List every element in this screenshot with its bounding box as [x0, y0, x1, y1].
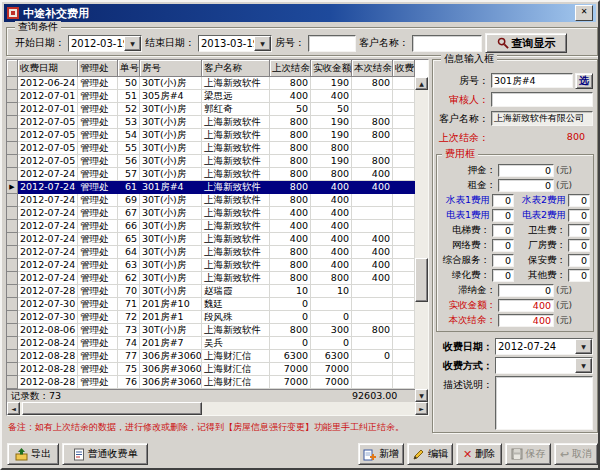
row-indicator	[7, 363, 18, 376]
fee-input[interactable]: 0	[492, 194, 514, 207]
fee-input[interactable]: 400	[498, 314, 554, 327]
delete-button[interactable]: ✕ 删除	[456, 443, 502, 465]
column-header[interactable]: 客户名称	[202, 60, 270, 77]
table-row[interactable]: 2012-06-24管理处5030T(小)房上海新致软件800190800	[7, 77, 415, 90]
column-header[interactable]: 本次结余	[352, 60, 393, 77]
table-row[interactable]: 2012-07-05管理处5630T(小)房上海新致软件800190800	[7, 155, 415, 168]
column-header[interactable]: 收费日期	[18, 60, 78, 77]
column-header[interactable]: 管理处	[78, 60, 118, 77]
column-header[interactable]: 实收金额	[311, 60, 352, 77]
column-header[interactable]: 单号	[118, 60, 140, 77]
chevron-down-icon[interactable]: ▼	[254, 36, 271, 51]
table-row[interactable]: 2012-08-28管理处76306房#30601上海财汇信70007000	[7, 376, 415, 389]
cancel-button[interactable]: ↩ 取消	[554, 443, 598, 465]
table-row[interactable]: 2012-08-06管理处7330T(小)房上海新致软件800300800	[7, 324, 415, 337]
charge-date-value[interactable]: 2012-07-24	[496, 339, 575, 354]
fee-input[interactable]: 0	[568, 254, 590, 267]
start-date-combo[interactable]: 2012-03-19 ▼	[68, 35, 142, 52]
end-date-value[interactable]: 2013-03-19	[199, 36, 254, 51]
fee-input[interactable]: 0	[492, 254, 514, 267]
column-header[interactable]: 收费方式	[393, 60, 415, 77]
table-row[interactable]: 2012-07-24管理处6430T(小)房上海新致软件800400400	[7, 246, 415, 259]
table-row[interactable]: 2012-08-28管理处75306房#30601上海财汇信70007000	[7, 363, 415, 376]
table-row[interactable]: 2012-07-24管理处5730T(小)房上海新致软件800800400	[7, 168, 415, 181]
horizontal-scroll-track[interactable]	[20, 402, 415, 415]
table-row[interactable]: 2012-07-24管理处6630T(小)房上海新致软件400400	[7, 220, 415, 233]
scroll-right-icon[interactable]: ►	[415, 402, 428, 415]
horizontal-scroll-thumb[interactable]	[22, 402, 202, 415]
table-row[interactable]: 2012-08-28管理处77306房#30601上海财汇信630063000	[7, 350, 415, 363]
table-cell: 64	[118, 246, 140, 259]
remark-text: 备注：如有上次结余的数据，进行修改或删除，记得到【房屋信息强行变更】功能里手工纠…	[8, 421, 428, 434]
table-row[interactable]: 2012-07-30管理处71201房#10魏廷0	[7, 298, 415, 311]
table-row[interactable]: 2012-07-24管理处6730T(小)房上海新致软件400400	[7, 207, 415, 220]
table-cell: 400	[311, 194, 352, 207]
fee-input[interactable]: 0	[498, 284, 554, 297]
table-row[interactable]: 2012-07-24管理处6330T(小)房上海新致软件800400400	[7, 259, 415, 272]
auditor-field[interactable]	[491, 92, 593, 107]
horizontal-scrollbar[interactable]: ◄ ►	[7, 402, 428, 415]
export-button[interactable]: 导出	[7, 443, 59, 465]
charge-date-combo[interactable]: 2012-07-24 ▼	[495, 338, 593, 355]
vertical-scroll-thumb[interactable]	[415, 258, 428, 302]
scroll-up-icon[interactable]: ▲	[415, 77, 428, 90]
scroll-left-icon[interactable]: ◄	[7, 402, 20, 415]
end-date-combo[interactable]: 2013-03-19 ▼	[198, 35, 272, 52]
fee-input[interactable]: 0	[492, 224, 514, 237]
chevron-down-icon[interactable]: ▼	[124, 36, 141, 51]
fee-input[interactable]: 0	[568, 239, 590, 252]
customer-filter-input[interactable]	[412, 35, 482, 52]
search-button[interactable]: 查询显示	[485, 33, 567, 53]
table-row[interactable]: 2012-07-01管理处5230T(小)房郭红奇5050	[7, 103, 415, 116]
chevron-down-icon[interactable]: ▼	[575, 358, 592, 373]
pay-method-combo[interactable]: ▼	[495, 357, 593, 374]
table-row[interactable]: 2012-07-05管理处5530T(小)房上海新致软件800800	[7, 142, 415, 155]
fee-unit: (元)	[556, 314, 572, 327]
fee-input[interactable]: 0	[568, 194, 590, 207]
fee-input[interactable]: 0	[492, 239, 514, 252]
vertical-scrollbar[interactable]: ▲ ▼	[415, 77, 428, 402]
row-indicator	[7, 129, 18, 142]
table-row[interactable]: 2012-07-01管理处51305房#4梁思远400400	[7, 90, 415, 103]
table-row[interactable]: 2012-07-05管理处5430T(小)房上海新致软件800190800	[7, 129, 415, 142]
fee-input[interactable]: 0	[568, 209, 590, 222]
column-header[interactable]: 房号	[140, 60, 202, 77]
add-button[interactable]: 新增	[358, 443, 404, 465]
description-textarea[interactable]	[495, 376, 593, 430]
table-row[interactable]: 2012-07-28管理处7030T(小)房赵瑞霞1010	[7, 285, 415, 298]
save-button[interactable]: 保存	[505, 443, 551, 465]
table-row[interactable]: 2012-07-30管理处72201房#1段风殊00	[7, 311, 415, 324]
start-date-value[interactable]: 2012-03-19	[69, 36, 124, 51]
fee-input[interactable]: 0	[568, 224, 590, 237]
room-field[interactable]: 301房#4	[491, 73, 573, 88]
fee-unit: (元)	[556, 284, 572, 297]
table-cell	[352, 103, 393, 116]
fee-input[interactable]: 400	[498, 299, 554, 312]
normal-receipt-button[interactable]: 普通收费单	[62, 443, 148, 465]
scroll-down-icon[interactable]: ▼	[415, 389, 428, 402]
table-row[interactable]: ▶2012-07-24管理处61301房#4上海新致软件800400400	[7, 181, 415, 194]
table-cell: 上海新致软件	[202, 324, 270, 337]
table-cell: 400	[311, 233, 352, 246]
fee-input[interactable]: 0	[498, 164, 554, 177]
column-header[interactable]: 上次结余	[270, 60, 311, 77]
room-filter-input[interactable]	[308, 35, 356, 52]
close-button[interactable]: ✕	[575, 5, 593, 21]
edit-button[interactable]: 编辑	[407, 443, 453, 465]
chevron-down-icon[interactable]: ▼	[575, 339, 592, 354]
table-row[interactable]: 2012-07-24管理处6530T(小)房上海新致软件400400400	[7, 233, 415, 246]
fee-input[interactable]: 0	[492, 269, 514, 282]
pick-room-button[interactable]: 选	[575, 73, 593, 89]
table-row[interactable]: 2012-07-24管理处6930T(小)房上海新致软件800400	[7, 194, 415, 207]
table-row[interactable]: 2012-07-24管理处6230T(小)房上海新致软件800800400	[7, 272, 415, 285]
table-cell: 赵瑞霞	[202, 285, 270, 298]
vertical-scroll-track[interactable]	[415, 90, 428, 389]
fee-input[interactable]: 0	[498, 179, 554, 192]
fee-input[interactable]: 0	[492, 209, 514, 222]
fee-input[interactable]: 0	[568, 269, 590, 282]
table-row[interactable]: 2012-08-24管理处74201房#7吴兵00	[7, 337, 415, 350]
table-row[interactable]: 2012-07-05管理处5330T(小)房上海新致软件800190800	[7, 116, 415, 129]
table-cell: 30T(小)房	[140, 285, 202, 298]
pay-method-value[interactable]	[496, 358, 575, 373]
table-cell: 77	[118, 350, 140, 363]
